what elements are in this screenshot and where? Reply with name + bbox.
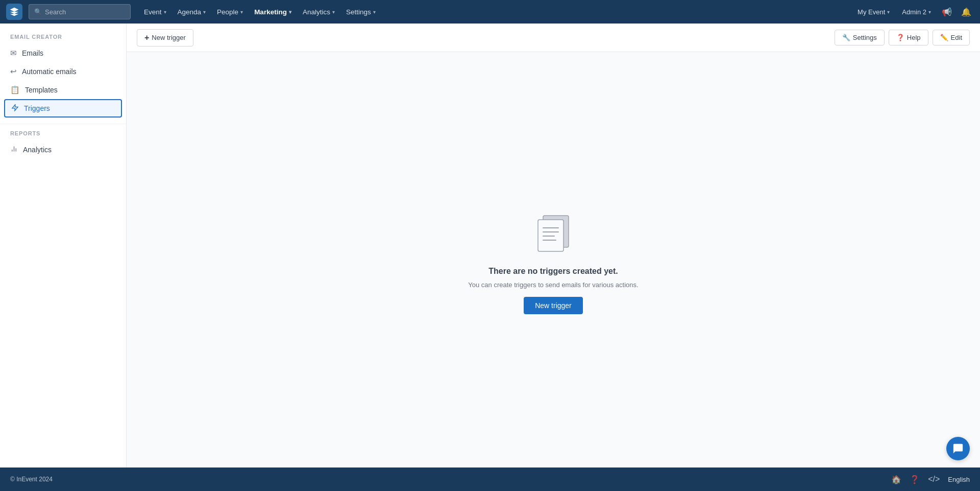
lightning-icon <box>11 104 19 113</box>
toolbar: + New trigger 🔧 Settings ❓ Help ✏️ Edit <box>127 24 980 52</box>
nav-item-people[interactable]: People ▾ <box>212 5 248 19</box>
empty-state: There are no triggers created yet. You c… <box>127 52 980 467</box>
edit-button[interactable]: ✏️ Edit <box>933 30 970 45</box>
search-icon: 🔍 <box>34 8 42 15</box>
bar-chart-icon <box>10 145 18 154</box>
nav-item-marketing[interactable]: Marketing ▾ <box>249 5 297 19</box>
my-event-selector[interactable]: My Event ▾ <box>853 6 894 18</box>
help-button[interactable]: ❓ Help <box>889 30 928 45</box>
settings-button[interactable]: 🔧 Settings <box>835 30 885 45</box>
app-logo[interactable] <box>6 4 22 20</box>
footer-right: 🏠 ❓ </> English <box>891 475 970 484</box>
chevron-down-icon: ▾ <box>289 9 291 15</box>
clipboard-icon: 📋 <box>10 85 20 95</box>
nav-item-agenda[interactable]: Agenda ▾ <box>173 5 211 19</box>
edit-icon: ✏️ <box>940 34 948 41</box>
nav-item-event[interactable]: Event ▾ <box>139 5 172 19</box>
search-box[interactable]: 🔍 <box>29 4 131 19</box>
sidebar-item-automatic-emails[interactable]: ↩ Automatic emails <box>0 62 126 81</box>
sidebar-section-reports: REPORTS <box>0 130 126 141</box>
home-icon[interactable]: 🏠 <box>891 475 901 484</box>
plus-icon: + <box>144 33 149 42</box>
chevron-down-icon: ▾ <box>240 9 243 15</box>
search-input[interactable] <box>45 8 125 16</box>
top-nav: 🔍 Event ▾ Agenda ▾ People ▾ Marketing ▾ … <box>0 0 980 24</box>
language-selector[interactable]: English <box>948 476 970 483</box>
empty-icon <box>528 205 579 256</box>
nav-item-settings[interactable]: Settings ▾ <box>341 5 381 19</box>
bell-icon: 🔔 <box>961 7 971 17</box>
toolbar-right: 🔧 Settings ❓ Help ✏️ Edit <box>835 30 970 45</box>
nav-right: My Event ▾ Admin 2 ▾ 📢 🔔 <box>853 4 974 19</box>
envelope-icon: ✉ <box>10 49 17 58</box>
auto-email-icon: ↩ <box>10 67 17 76</box>
question-icon[interactable]: ❓ <box>910 475 920 484</box>
sidebar-item-triggers[interactable]: Triggers <box>4 99 122 118</box>
sidebar-item-templates[interactable]: 📋 Templates <box>0 81 126 99</box>
chevron-down-icon: ▾ <box>373 9 376 15</box>
chevron-down-icon: ▾ <box>928 9 931 15</box>
footer: © InEvent 2024 🏠 ❓ </> English <box>0 467 980 491</box>
wrench-icon: 🔧 <box>842 34 850 41</box>
chevron-down-icon: ▾ <box>887 9 890 15</box>
chevron-down-icon: ▾ <box>332 9 335 15</box>
sidebar-item-emails[interactable]: ✉ Emails <box>0 44 126 62</box>
copyright-text: © InEvent 2024 <box>10 476 53 483</box>
content-area: + New trigger 🔧 Settings ❓ Help ✏️ Edit <box>127 24 980 467</box>
admin-selector[interactable]: Admin 2 ▾ <box>898 6 935 18</box>
megaphone-icon: 📢 <box>942 7 952 17</box>
bell-button[interactable]: 🔔 <box>959 4 974 19</box>
empty-subtitle: You can create triggers to send emails f… <box>468 281 638 289</box>
chevron-down-icon: ▾ <box>203 9 206 15</box>
empty-new-trigger-button[interactable]: New trigger <box>524 297 583 314</box>
chat-bubble-button[interactable] <box>946 437 970 460</box>
code-icon[interactable]: </> <box>928 475 940 484</box>
sidebar: EMAIL CREATOR ✉ Emails ↩ Automatic email… <box>0 24 127 467</box>
new-trigger-button[interactable]: + New trigger <box>137 29 193 46</box>
main-layout: EMAIL CREATOR ✉ Emails ↩ Automatic email… <box>0 24 980 467</box>
help-icon: ❓ <box>896 34 904 41</box>
sidebar-divider <box>0 124 126 124</box>
nav-items: Event ▾ Agenda ▾ People ▾ Marketing ▾ An… <box>139 5 851 19</box>
sidebar-section-email-creator: EMAIL CREATOR <box>0 34 126 44</box>
sidebar-item-analytics[interactable]: Analytics <box>0 141 126 159</box>
notifications-button[interactable]: 📢 <box>939 4 954 19</box>
empty-title: There are no triggers created yet. <box>488 267 618 276</box>
nav-item-analytics[interactable]: Analytics ▾ <box>298 5 340 19</box>
chevron-down-icon: ▾ <box>164 9 166 15</box>
